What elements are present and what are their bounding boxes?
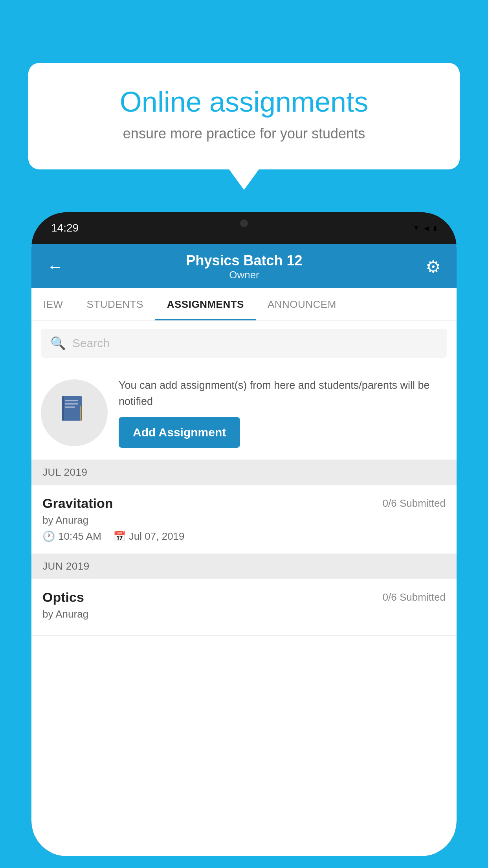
assignment-meta-gravitation: 🕐 10:45 AM 📅 Jul 07, 2019 bbox=[42, 530, 446, 542]
assignment-time: 🕐 10:45 AM bbox=[42, 530, 101, 542]
assignment-submitted-gravitation: 0/6 Submitted bbox=[383, 497, 446, 509]
svg-rect-1 bbox=[62, 396, 64, 421]
speech-bubble-title: Online assignments bbox=[56, 86, 432, 118]
phone-frame: 14:29 ▼ ◀ ▮ ← Physics Batch 12 Owner ⚙ I… bbox=[31, 212, 457, 856]
speech-bubble-area: Online assignments ensure more practice … bbox=[28, 63, 460, 169]
svg-rect-5 bbox=[80, 409, 81, 421]
tab-students[interactable]: STUDENTS bbox=[75, 288, 155, 320]
battery-icon: ▮ bbox=[433, 224, 437, 232]
tab-iew[interactable]: IEW bbox=[31, 288, 75, 320]
notebook-icon bbox=[59, 393, 90, 432]
assignment-optics[interactable]: Optics 0/6 Submitted by Anurag bbox=[31, 579, 457, 636]
back-button[interactable]: ← bbox=[47, 258, 63, 276]
phone-time: 14:29 bbox=[51, 222, 79, 234]
promo-icon-circle bbox=[41, 379, 108, 446]
status-icons: ▼ ◀ ▮ bbox=[413, 224, 437, 232]
wifi-icon: ▼ bbox=[413, 224, 419, 232]
calendar-icon: 📅 bbox=[113, 530, 126, 542]
assignment-by-gravitation: by Anurag bbox=[42, 514, 446, 526]
svg-rect-4 bbox=[65, 406, 75, 408]
svg-rect-2 bbox=[65, 400, 78, 401]
month-header-jun: JUN 2019 bbox=[31, 554, 457, 579]
signal-icon: ◀ bbox=[424, 224, 429, 232]
assignment-date-value: Jul 07, 2019 bbox=[129, 530, 185, 542]
header-center: Physics Batch 12 Owner bbox=[186, 252, 302, 281]
tab-assignments[interactable]: ASSIGNMENTS bbox=[155, 288, 256, 320]
status-bar: 14:29 ▼ ◀ ▮ bbox=[31, 212, 457, 244]
search-icon: 🔍 bbox=[50, 336, 66, 351]
speech-bubble-card: Online assignments ensure more practice … bbox=[28, 63, 460, 169]
phone-notch bbox=[209, 212, 279, 234]
promo-block: You can add assignment(s) from here and … bbox=[31, 366, 457, 460]
assignment-name-gravitation: Gravitation bbox=[42, 496, 113, 511]
batch-role: Owner bbox=[186, 269, 302, 281]
month-header-jul: JUL 2019 bbox=[31, 460, 457, 485]
assignment-top-row: Gravitation 0/6 Submitted bbox=[42, 496, 446, 511]
assignment-date: 📅 Jul 07, 2019 bbox=[113, 530, 185, 542]
batch-title: Physics Batch 12 bbox=[186, 252, 302, 269]
svg-rect-3 bbox=[65, 403, 78, 405]
app-screen: ← Physics Batch 12 Owner ⚙ IEW STUDENTS … bbox=[31, 244, 457, 856]
svg-rect-0 bbox=[62, 396, 82, 421]
tab-announcements[interactable]: ANNOUNCEM bbox=[256, 288, 348, 320]
app-header: ← Physics Batch 12 Owner ⚙ bbox=[31, 244, 457, 288]
promo-right: You can add assignment(s) from here and … bbox=[119, 377, 447, 448]
speech-bubble-subtitle: ensure more practice for your students bbox=[56, 125, 432, 142]
clock-icon: 🕐 bbox=[42, 530, 55, 542]
settings-icon[interactable]: ⚙ bbox=[426, 257, 441, 277]
camera-dot bbox=[240, 219, 248, 227]
tabs-bar: IEW STUDENTS ASSIGNMENTS ANNOUNCEM bbox=[31, 288, 457, 321]
assignment-time-value: 10:45 AM bbox=[58, 530, 101, 542]
add-assignment-button[interactable]: Add Assignment bbox=[119, 417, 240, 448]
search-placeholder: Search bbox=[72, 337, 110, 350]
assignment-gravitation[interactable]: Gravitation 0/6 Submitted by Anurag 🕐 10… bbox=[31, 485, 457, 554]
promo-description: You can add assignment(s) from here and … bbox=[119, 377, 447, 409]
assignment-submitted-optics: 0/6 Submitted bbox=[383, 591, 446, 603]
search-container: 🔍 Search bbox=[31, 321, 457, 366]
assignment-by-optics: by Anurag bbox=[42, 608, 446, 620]
assignment-top-row-optics: Optics 0/6 Submitted bbox=[42, 590, 446, 605]
assignment-name-optics: Optics bbox=[42, 590, 84, 605]
search-bar[interactable]: 🔍 Search bbox=[41, 329, 447, 358]
